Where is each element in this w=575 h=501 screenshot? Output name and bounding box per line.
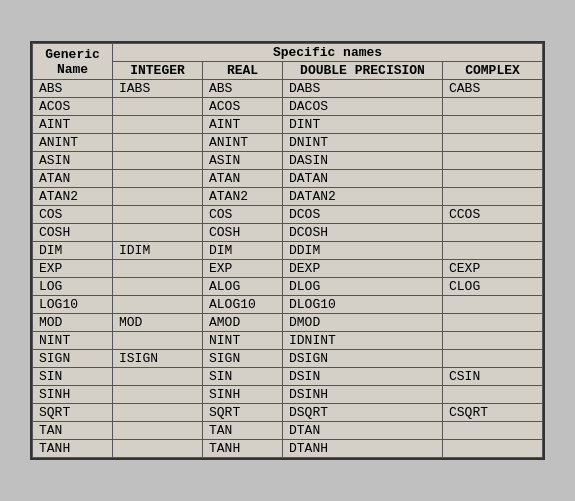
cell-complex — [443, 422, 543, 440]
cell-complex: CCOS — [443, 206, 543, 224]
cell-real: AMOD — [203, 314, 283, 332]
cell-integer: MOD — [113, 314, 203, 332]
cell-real: SINH — [203, 386, 283, 404]
cell-complex: CABS — [443, 80, 543, 98]
cell-double: DSIN — [283, 368, 443, 386]
cell-real: ASIN — [203, 152, 283, 170]
cell-complex — [443, 152, 543, 170]
real-header: REAL — [203, 62, 283, 80]
cell-generic: ABS — [33, 80, 113, 98]
cell-real: EXP — [203, 260, 283, 278]
cell-real: ALOG — [203, 278, 283, 296]
table-row: SINHSINHDSINH — [33, 386, 543, 404]
cell-generic: SQRT — [33, 404, 113, 422]
cell-real: NINT — [203, 332, 283, 350]
table-row: ASINASINDASIN — [33, 152, 543, 170]
cell-complex — [443, 224, 543, 242]
cell-real: SIGN — [203, 350, 283, 368]
table-row: LOGALOGDLOGCLOG — [33, 278, 543, 296]
cell-generic: TANH — [33, 440, 113, 458]
cell-integer — [113, 296, 203, 314]
cell-generic: ACOS — [33, 98, 113, 116]
specific-names-header: Specific names — [113, 44, 543, 62]
cell-double: DEXP — [283, 260, 443, 278]
cell-real: ABS — [203, 80, 283, 98]
cell-generic: LOG — [33, 278, 113, 296]
cell-double: DATAN — [283, 170, 443, 188]
cell-double: DTAN — [283, 422, 443, 440]
table-row: ACOSACOSDACOS — [33, 98, 543, 116]
cell-real: COS — [203, 206, 283, 224]
cell-double: DMOD — [283, 314, 443, 332]
cell-complex — [443, 332, 543, 350]
cell-integer — [113, 332, 203, 350]
cell-double: DLOG10 — [283, 296, 443, 314]
functions-table: Generic Name Specific names INTEGER REAL… — [32, 43, 543, 458]
cell-real: TANH — [203, 440, 283, 458]
cell-double: DATAN2 — [283, 188, 443, 206]
cell-integer — [113, 188, 203, 206]
table-row: COSHCOSHDCOSH — [33, 224, 543, 242]
cell-real: SIN — [203, 368, 283, 386]
table-row: ABSIABSABSDABSCABS — [33, 80, 543, 98]
cell-integer — [113, 368, 203, 386]
cell-integer — [113, 260, 203, 278]
complex-header: COMPLEX — [443, 62, 543, 80]
cell-double: DASIN — [283, 152, 443, 170]
cell-double: DSIGN — [283, 350, 443, 368]
cell-integer — [113, 440, 203, 458]
cell-complex — [443, 134, 543, 152]
double-header: DOUBLE PRECISION — [283, 62, 443, 80]
cell-generic: DIM — [33, 242, 113, 260]
cell-complex: CSIN — [443, 368, 543, 386]
cell-integer — [113, 386, 203, 404]
table-row: AINTAINTDINT — [33, 116, 543, 134]
integer-header: INTEGER — [113, 62, 203, 80]
cell-complex — [443, 242, 543, 260]
cell-integer — [113, 278, 203, 296]
cell-generic: ASIN — [33, 152, 113, 170]
table-row: SINSINDSINCSIN — [33, 368, 543, 386]
cell-integer — [113, 224, 203, 242]
table-row: LOG10ALOG10DLOG10 — [33, 296, 543, 314]
cell-integer — [113, 206, 203, 224]
cell-generic: SIGN — [33, 350, 113, 368]
cell-complex — [443, 314, 543, 332]
cell-complex — [443, 98, 543, 116]
cell-generic: COS — [33, 206, 113, 224]
cell-integer — [113, 134, 203, 152]
table-row: MODMODAMODDMOD — [33, 314, 543, 332]
cell-real: DIM — [203, 242, 283, 260]
cell-real: ATAN2 — [203, 188, 283, 206]
cell-double: DLOG — [283, 278, 443, 296]
cell-real: ACOS — [203, 98, 283, 116]
cell-complex — [443, 188, 543, 206]
cell-double: IDNINT — [283, 332, 443, 350]
table-row: SQRTSQRTDSQRTCSQRT — [33, 404, 543, 422]
cell-real: ATAN — [203, 170, 283, 188]
cell-complex — [443, 440, 543, 458]
main-table-container: Generic Name Specific names INTEGER REAL… — [30, 41, 545, 460]
cell-generic: SIN — [33, 368, 113, 386]
cell-generic: COSH — [33, 224, 113, 242]
cell-complex — [443, 170, 543, 188]
cell-integer — [113, 152, 203, 170]
cell-generic: LOG10 — [33, 296, 113, 314]
table-row: SIGNISIGNSIGNDSIGN — [33, 350, 543, 368]
cell-real: COSH — [203, 224, 283, 242]
cell-integer: ISIGN — [113, 350, 203, 368]
table-row: ATANATANDATAN — [33, 170, 543, 188]
cell-double: DSQRT — [283, 404, 443, 422]
cell-double: DACOS — [283, 98, 443, 116]
cell-real: ALOG10 — [203, 296, 283, 314]
cell-double: DTANH — [283, 440, 443, 458]
cell-generic: AINT — [33, 116, 113, 134]
cell-integer — [113, 116, 203, 134]
cell-generic: ANINT — [33, 134, 113, 152]
cell-real: ANINT — [203, 134, 283, 152]
table-row: DIMIDIMDIMDDIM — [33, 242, 543, 260]
cell-complex — [443, 386, 543, 404]
cell-generic: MOD — [33, 314, 113, 332]
cell-generic: NINT — [33, 332, 113, 350]
cell-complex: CSQRT — [443, 404, 543, 422]
